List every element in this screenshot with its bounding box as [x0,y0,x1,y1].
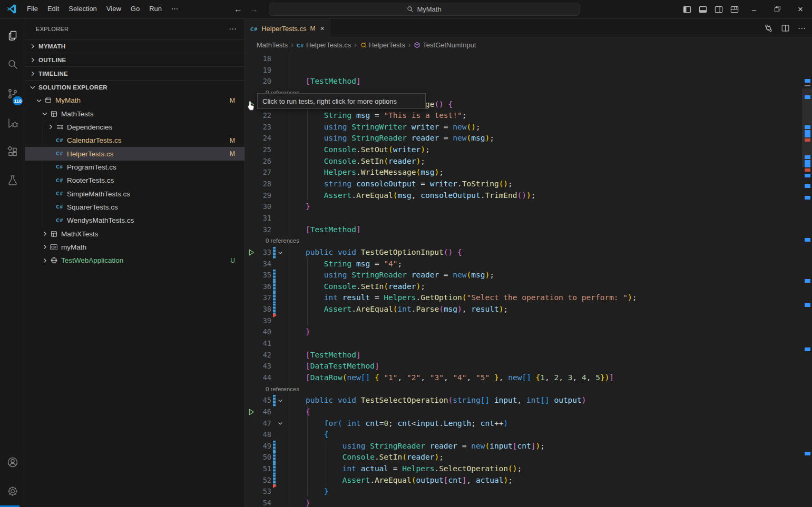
section-outline[interactable]: OUTLINE [25,53,244,66]
code-line[interactable]: 51 int actual = Helpers.SelectOperation(… [245,463,812,475]
code-line[interactable]: 26 Console.SetIn(reader); [245,156,812,167]
codelens-row[interactable]: 0 references [245,384,812,395]
minimize-icon[interactable]: – [742,0,766,18]
code-line[interactable]: 50 Console.SetIn(reader); [245,452,812,463]
activity-account-icon[interactable] [0,450,25,475]
section-timeline[interactable]: TIMELINE [25,66,244,80]
menu-item-view[interactable]: View [102,2,126,16]
code-line[interactable]: 47 for( int cnt=0; cnt<input.Length; cnt… [245,418,812,430]
split-editor-icon[interactable] [778,22,792,35]
close-icon[interactable]: × [320,24,324,33]
tree-item-calendartests-cs[interactable]: C#CalendarTests.csM [25,134,244,147]
codelens-references[interactable]: 0 references [245,384,299,395]
activity-extensions-icon[interactable] [0,140,25,165]
breadcrumb-helpertests-cs[interactable]: C#HelperTests.cs [297,41,351,49]
code-line[interactable]: 27 Helpers.WriteMessage(msg); [245,167,812,178]
chevron-right-icon[interactable] [41,230,48,238]
code-line[interactable]: 43 [DataTestMethod] [245,361,812,372]
tree-item-mymath[interactable]: C#myMath [25,241,244,254]
restore-icon[interactable] [766,0,789,18]
activity-source-control-icon[interactable]: 118 [0,81,25,106]
code-line[interactable]: 33 public void TestGetOptionInput() { [245,247,812,259]
code-line[interactable]: 32 [TestMethod] [245,224,812,236]
layout-sidebar-left-icon[interactable] [679,0,695,18]
code-line[interactable]: 37 int result = Helpers.GetOption("Selec… [245,292,812,304]
fold-expanded-icon[interactable] [276,418,285,430]
section-solution-explorer[interactable]: SOLUTION EXPLORER [25,80,244,94]
more-actions-icon[interactable]: ⋯ [795,22,809,35]
code-line[interactable]: 40 } [245,326,812,338]
codelens-references[interactable]: 0 references [245,235,299,247]
code-line[interactable]: 53 } [245,486,812,498]
tree-item-mathxtests[interactable]: MathXTests [25,227,244,240]
code-line[interactable]: 20 [TestMethod] [245,76,812,87]
back-icon[interactable]: ← [234,5,242,14]
code-line[interactable]: 36 Console.SetIn(reader); [245,281,812,293]
code-line[interactable]: 35 using StringReader reader = new(msg); [245,270,812,281]
overview-ruler[interactable] [802,19,812,507]
code-line[interactable]: 52 Assert.AreEqual(output[cnt], actual); [245,475,812,486]
layout-customize-icon[interactable] [727,0,742,18]
chevron-right-icon[interactable] [46,123,54,131]
open-changes-icon[interactable] [761,22,775,35]
code-editor[interactable]: 181920 [TestMethod]0 references21 public… [245,52,812,507]
code-line[interactable]: 42 [TestMethod] [245,350,812,361]
breadcrumb-testgetnuminput[interactable]: TestGetNumInput [414,41,476,49]
code-line[interactable]: 30 } [245,201,812,213]
activity-search-icon[interactable] [0,52,25,77]
code-line[interactable]: 23 using StringWriter writer = new(); [245,122,812,133]
tree-item-helpertests-cs[interactable]: C#HelperTests.csM [25,147,244,160]
code-line[interactable]: 24 using StringReader reader = new(msg); [245,133,812,144]
fold-expanded-icon[interactable] [276,247,285,259]
tab-helpertests[interactable]: C# HelperTests.cs M × [245,19,330,38]
more-actions-icon[interactable]: ⋯ [229,24,237,34]
codelens-row[interactable]: 0 references [245,235,812,247]
breadcrumb-mathtests[interactable]: MathTests [257,41,288,49]
menu-item-selection[interactable]: Selection [64,2,101,16]
close-icon[interactable]: × [789,0,812,18]
menu-item-file[interactable]: File [22,2,43,16]
tree-item-mathtests[interactable]: MathTests [25,107,244,120]
chevron-right-icon[interactable] [41,256,48,265]
run-test-play-icon[interactable] [245,406,257,418]
section-mymath[interactable]: MYMATH [25,39,244,53]
layout-sidebar-right-icon[interactable] [711,0,727,18]
chevron-down-icon[interactable] [35,96,43,105]
tree-item-wendysmathtests-cs[interactable]: C#WendysMathTests.cs [25,214,244,227]
tree-item-dependencies[interactable]: Dependencies [25,121,244,134]
code-line[interactable]: 38 Assert.AreEqual(int.Parse(msg), resul… [245,304,812,315]
activity-settings-gear-icon[interactable] [0,479,25,504]
code-line[interactable]: 22 String msg = "This is a test!"; [245,110,812,122]
menu-item-⋯[interactable]: ⋯ [167,2,183,16]
code-line[interactable]: 41 [245,338,812,350]
code-line[interactable]: 45 public void TestSelectOperation(strin… [245,395,812,406]
code-line[interactable]: 39 [245,315,812,327]
activity-run-debug-icon[interactable] [0,111,25,136]
code-line[interactable]: 19 [245,65,812,76]
chevron-down-icon[interactable] [41,110,48,118]
command-center-search[interactable]: MyMath [269,3,580,16]
chevron-right-icon[interactable] [41,243,48,251]
run-test-play-icon[interactable] [245,247,257,259]
code-line[interactable]: 34 String msg = "4"; [245,259,812,270]
menu-item-run[interactable]: Run [144,2,167,16]
code-line[interactable]: 48 { [245,429,812,441]
forward-icon[interactable]: → [250,5,258,14]
breadcrumb-helpertests[interactable]: HelperTests [360,41,405,49]
layout-panel-icon[interactable] [695,0,711,18]
activity-testing-icon[interactable] [0,168,25,193]
menu-item-go[interactable]: Go [126,2,144,16]
tree-item-programtest-cs[interactable]: C#ProgramTest.cs [25,161,244,174]
code-line[interactable]: 31 [245,213,812,224]
code-line[interactable]: 44 [DataRow(new[] { "1", "2", "3", "4", … [245,372,812,384]
code-line[interactable]: 46 { [245,406,812,418]
tree-item-mymath[interactable]: MyMathM [25,94,244,107]
code-line[interactable]: 29 Assert.AreEqual(msg, consoleOutput.Tr… [245,190,812,202]
tree-item-testwebapplication[interactable]: TestWebApplicationU [25,254,244,267]
code-line[interactable]: 18 [245,53,812,65]
code-line[interactable]: 25 Console.SetOut(writer); [245,144,812,156]
code-line[interactable]: 28 string consoleOutput = writer.ToStrin… [245,178,812,190]
tree-item-rootertests-cs[interactable]: C#RooterTests.cs [25,174,244,187]
tree-item-simplemathtests-cs[interactable]: C#SimpleMathTests.cs [25,187,244,200]
menu-item-edit[interactable]: Edit [43,2,64,16]
